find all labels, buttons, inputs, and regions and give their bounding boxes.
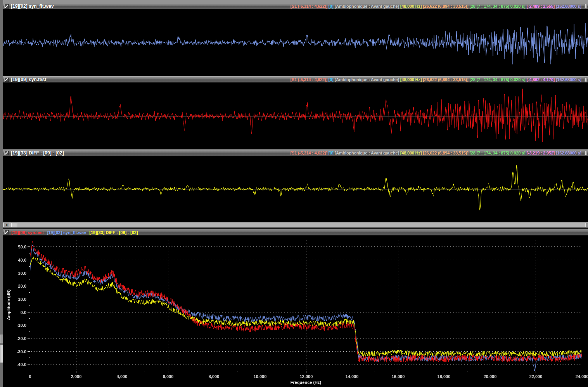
status-segment: [0]: [329, 4, 334, 9]
status-segment: [-3,219 : 2,952]: [526, 151, 555, 155]
signal-properties-icon[interactable]: [4, 230, 9, 234]
waveform1-view[interactable]: [3, 9, 588, 76]
legend-item[interactable]: [19][09] syn.test: [11, 230, 44, 235]
status-segment: [Ambiophonique : Avant gauche]: [335, 77, 399, 82]
waveform2-status-segments: [S1 (-5,314 : 4,622)][0][Ambiophonique :…: [289, 77, 581, 82]
status-segment: [162.68000 s]: [556, 77, 581, 82]
scrollbar-thumb[interactable]: [11, 223, 17, 227]
spectrum-legend-items: [19][09] syn.test[19][02] syn_flt.wav[19…: [11, 229, 141, 236]
dock-handle-button[interactable]: [0, 335, 3, 343]
status-segment: [48,000 Hz]: [400, 151, 422, 155]
waveform2-title: [19][09] syn.test: [11, 77, 46, 82]
status-segment: [S1 (-5,314 : 4,622)]: [290, 151, 327, 155]
status-segment: [-2,489 : 2,555]: [526, 4, 555, 9]
waveform3-status-segments: [S1 (-5,314 : 4,622)][0][Ambiophonique :…: [289, 151, 581, 155]
titlebar-resize-handle[interactable]: [585, 77, 587, 82]
waveform1-title: [19][02] syn_flt.wav: [11, 3, 54, 9]
status-segment: [28 (7 : 174, 34 : 875) 0.020 s]: [469, 151, 525, 155]
signal-properties-icon[interactable]: [4, 4, 9, 9]
waveform3-titlebar[interactable]: [19][33] DIFF : [09] - [02] [S1 (-5,314 …: [3, 149, 588, 156]
waveform1-titlebar[interactable]: [19][02] syn_flt.wav [S1 (-5,314 : 4,622…: [3, 3, 588, 9]
status-segment: [26,622 (6,894 : 33,515)]: [423, 4, 468, 9]
signal-properties-icon[interactable]: [4, 77, 9, 82]
waveform2-titlebar[interactable]: [19][09] syn.test [S1 (-5,314 : 4,622)][…: [3, 76, 588, 83]
dock-scroll-segment[interactable]: [0, 345, 3, 363]
waveform1-canvas[interactable]: [3, 9, 588, 76]
waveform1-status-segments: [S1 (-5,314 : 4,622)][0][Ambiophonique :…: [289, 4, 581, 9]
titlebar-resize-handle[interactable]: [585, 4, 587, 9]
waveform3-title: [19][33] DIFF : [09] - [02]: [11, 150, 64, 156]
status-segment: [S1 (-5,314 : 4,622)]: [290, 4, 327, 9]
legend-item[interactable]: [19][02] syn_flt.wav: [47, 230, 86, 235]
spectrum-canvas[interactable]: [3, 236, 588, 387]
scrollbar-right-cap[interactable]: [585, 223, 588, 227]
status-segment: [Ambiophonique : Avant gauche]: [335, 4, 399, 9]
status-segment: [26,622 (6,894 : 33,515)]: [423, 151, 468, 155]
status-segment: [28 (7 : 174, 34 : 875) 0.020 s]: [469, 77, 525, 82]
status-segment: [S1 (-5,314 : 4,622)]: [290, 77, 327, 82]
audio-analysis-app: [19][02] syn_flt.wav [S1 (-5,314 : 4,622…: [0, 0, 588, 387]
waveform2-canvas[interactable]: [3, 83, 588, 149]
left-dock-strip: [0, 0, 3, 387]
status-segment: [26,622 (6,894 : 33,515)]: [423, 77, 468, 82]
spectrum-view[interactable]: [3, 236, 588, 387]
waveform2-view[interactable]: [3, 83, 588, 149]
titlebar-resize-handle[interactable]: [585, 151, 587, 155]
status-segment: [0]: [329, 77, 334, 82]
signal-properties-icon[interactable]: [4, 151, 9, 155]
status-segment: [Ambiophonique : Avant gauche]: [335, 151, 399, 155]
status-segment: [162.68000 s]: [556, 151, 581, 155]
waveform3-canvas[interactable]: [3, 156, 588, 222]
status-segment: [162.68000 s]: [556, 4, 581, 9]
status-segment: [-4,862 : 4,170]: [526, 77, 555, 82]
waveform3-view[interactable]: [3, 156, 588, 222]
status-segment: [28 (7 : 174, 34 : 875) 0.020 s]: [469, 4, 525, 9]
status-segment: [48,000 Hz]: [400, 4, 422, 9]
horizontal-scrollbar[interactable]: ◄: [3, 222, 588, 228]
status-segment: [48,000 Hz]: [400, 77, 422, 82]
top-edge-strip: [3, 0, 588, 3]
status-segment: [0]: [329, 151, 334, 155]
legend-item[interactable]: [19][33] DIFF : [09] - [02]: [89, 230, 138, 235]
scroll-left-button[interactable]: ◄: [3, 223, 9, 227]
spectrum-legend-bar[interactable]: [19][09] syn.test[19][02] syn_flt.wav[19…: [3, 229, 588, 236]
